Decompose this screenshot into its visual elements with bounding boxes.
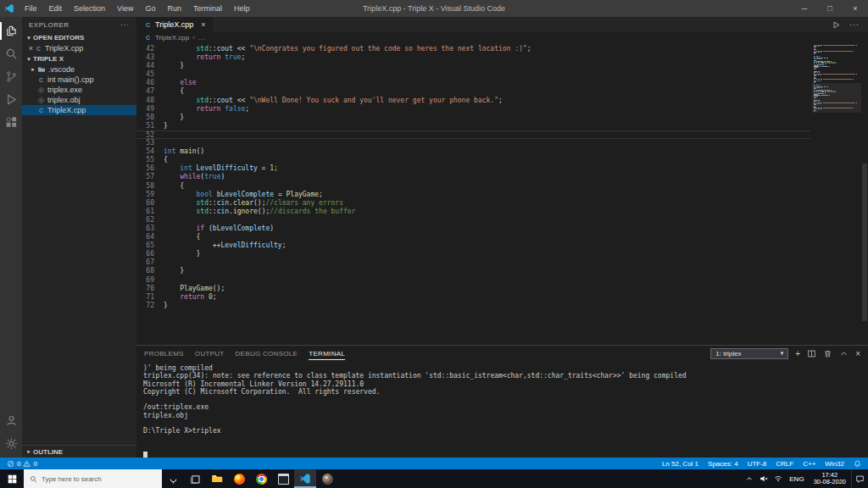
taskbar-app-file-explorer[interactable]	[206, 469, 228, 488]
code-line-69[interactable]: 69	[136, 276, 810, 285]
close-window-button[interactable]: ×	[843, 0, 868, 17]
clock[interactable]: 17:42 30-08-2020	[809, 472, 851, 486]
code-line-42[interactable]: 42 std::cout << "\nCongrates you figured…	[136, 45, 810, 53]
action-center-icon[interactable]	[851, 469, 868, 488]
code-line-57[interactable]: 57 while(true)	[136, 173, 810, 181]
activitybar-settings[interactable]	[0, 432, 22, 455]
notifications-bell-icon[interactable]	[854, 460, 861, 468]
code-line-61[interactable]: 61 std::cin.ignore();//discards the buff…	[136, 208, 810, 216]
section-project[interactable]: ▾ TRIPLE X	[22, 53, 136, 64]
start-button[interactable]	[0, 469, 24, 488]
minimap[interactable]	[812, 43, 861, 345]
taskbar-app-firefox[interactable]	[228, 469, 250, 488]
menu-view[interactable]: View	[111, 0, 139, 17]
code-line-58[interactable]: 58 {	[136, 182, 810, 191]
cursor-position[interactable]: Ln 52, Col 1	[662, 460, 698, 468]
code-line-70[interactable]: 70 PlayGame();	[136, 285, 810, 293]
close-tab-icon[interactable]: ×	[201, 20, 205, 29]
code-line-47[interactable]: 47 {	[136, 87, 810, 96]
open-editor-triplex-cpp[interactable]: ×CTripleX.cpp	[22, 43, 136, 53]
menu-selection[interactable]: Selection	[68, 0, 111, 17]
code-line-63[interactable]: 63 if (bLevelComplete)	[136, 225, 810, 233]
tree-item-vscode[interactable]: ▸.vscode	[22, 64, 136, 75]
close-editor-icon[interactable]: ×	[27, 44, 35, 53]
code-line-72[interactable]: 72}	[136, 302, 810, 310]
code-line-46[interactable]: 46 else	[136, 79, 810, 87]
menu-go[interactable]: Go	[139, 0, 161, 17]
tab-triplex-cpp[interactable]: C TripleX.cpp ×	[136, 17, 213, 32]
tray-expand-icon[interactable]	[742, 469, 756, 488]
breadcrumb-file[interactable]: TripleX.cpp	[155, 34, 189, 42]
network-icon[interactable]	[771, 469, 785, 488]
split-terminal-icon[interactable]	[807, 349, 816, 358]
code-line-60[interactable]: 60 std::cin.clear();//clears any errors	[136, 199, 810, 208]
platform[interactable]: Win32	[825, 460, 844, 468]
section-outline[interactable]: ▸ OUTLINE	[22, 445, 136, 458]
terminal-selector[interactable]: 1: triplex ▾	[710, 348, 788, 359]
code-line-44[interactable]: 44 }	[136, 62, 810, 70]
eol[interactable]: CRLF	[776, 460, 793, 468]
code-line-53[interactable]: 53	[136, 139, 810, 147]
indentation[interactable]: Spaces: 4	[708, 460, 738, 468]
taskbar-app-vscode[interactable]	[294, 469, 316, 488]
minimize-button[interactable]: ─	[792, 0, 817, 17]
tree-item-triplex-exe[interactable]: triplex.exe	[22, 85, 136, 95]
panel-tab-debug-console[interactable]: DEBUG CONSOLE	[236, 347, 298, 361]
code-line-55[interactable]: 55{	[136, 156, 810, 164]
cortana-mic-button[interactable]	[162, 469, 184, 488]
taskbar-search[interactable]: Type here to search	[24, 469, 162, 488]
encoding[interactable]: UTF-8	[748, 460, 767, 468]
code-line-66[interactable]: 66 }	[136, 250, 810, 258]
taskbar-app-chrome[interactable]	[250, 469, 272, 488]
activitybar-explorer[interactable]	[0, 19, 22, 42]
activitybar-account[interactable]	[0, 409, 22, 432]
code-line-67[interactable]: 67	[136, 258, 810, 267]
code-line-48[interactable]: 48 std::cout << "\nWell Done! You suck a…	[136, 97, 810, 105]
activitybar-search[interactable]	[0, 42, 22, 65]
code-line-49[interactable]: 49 return false;	[136, 105, 810, 114]
code-line-62[interactable]: 62	[136, 216, 810, 225]
menu-run[interactable]: Run	[161, 0, 187, 17]
language-mode[interactable]: C++	[803, 460, 815, 468]
section-open-editors[interactable]: ▾ OPEN EDITORS	[22, 32, 136, 43]
panel-tab-output[interactable]: OUTPUT	[195, 347, 225, 361]
editor-scrollbar[interactable]	[861, 43, 868, 345]
menu-terminal[interactable]: Terminal	[187, 0, 228, 17]
code-line-45[interactable]: 45	[136, 70, 810, 79]
panel-tab-terminal[interactable]: TERMINAL	[309, 347, 345, 361]
task-view-button[interactable]	[184, 469, 206, 488]
code-line-59[interactable]: 59 bool bLevelComplete = PlayGame;	[136, 191, 810, 199]
maximize-panel-icon[interactable]	[839, 349, 849, 358]
breadcrumb-symbol[interactable]: …	[198, 34, 205, 42]
code-line-71[interactable]: 71 return 0;	[136, 293, 810, 302]
run-file-icon[interactable]	[832, 20, 841, 30]
close-panel-icon[interactable]: ×	[855, 349, 860, 358]
code-editor[interactable]: 42 std::cout << "\nCongrates you figured…	[136, 43, 868, 345]
menu-help[interactable]: Help	[228, 0, 256, 17]
code-line-64[interactable]: 64 {	[136, 233, 810, 241]
activitybar-run-debug[interactable]	[0, 88, 22, 111]
code-line-65[interactable]: 65 ++LevelDifficulty;	[136, 241, 810, 250]
code-line-43[interactable]: 43 return true;	[136, 53, 810, 62]
sidebar-more-actions-icon[interactable]: ···	[120, 21, 130, 29]
taskbar-app-gimp[interactable]	[316, 469, 338, 488]
menu-file[interactable]: File	[19, 0, 43, 17]
new-terminal-icon[interactable]: +	[795, 349, 800, 358]
kill-terminal-icon[interactable]	[823, 349, 832, 358]
maximize-button[interactable]: □	[817, 0, 843, 17]
code-line-50[interactable]: 50 }	[136, 114, 810, 122]
code-line-56[interactable]: 56 int LevelDifficulty = 1;	[136, 164, 810, 173]
terminal[interactable]: )' being compiledtriplex.cpp(34): note: …	[136, 361, 868, 458]
tree-item-int-main-cpp[interactable]: Cint main().cpp	[22, 75, 136, 85]
language-indicator[interactable]: ENG	[785, 475, 808, 483]
activitybar-source-control[interactable]	[0, 65, 22, 88]
problems-indicator[interactable]: 0 0	[7, 460, 37, 468]
taskbar-app-terminal[interactable]	[272, 469, 294, 488]
code-line-54[interactable]: 54int main()	[136, 147, 810, 156]
menu-edit[interactable]: Edit	[43, 0, 69, 17]
activitybar-extensions[interactable]	[0, 111, 22, 134]
volume-muted-icon[interactable]	[756, 469, 771, 488]
tree-item-triplex-obj[interactable]: triplex.obj	[22, 95, 136, 105]
panel-tab-problems[interactable]: PROBLEMS	[144, 347, 184, 361]
more-actions-icon[interactable]: ···	[849, 20, 860, 29]
